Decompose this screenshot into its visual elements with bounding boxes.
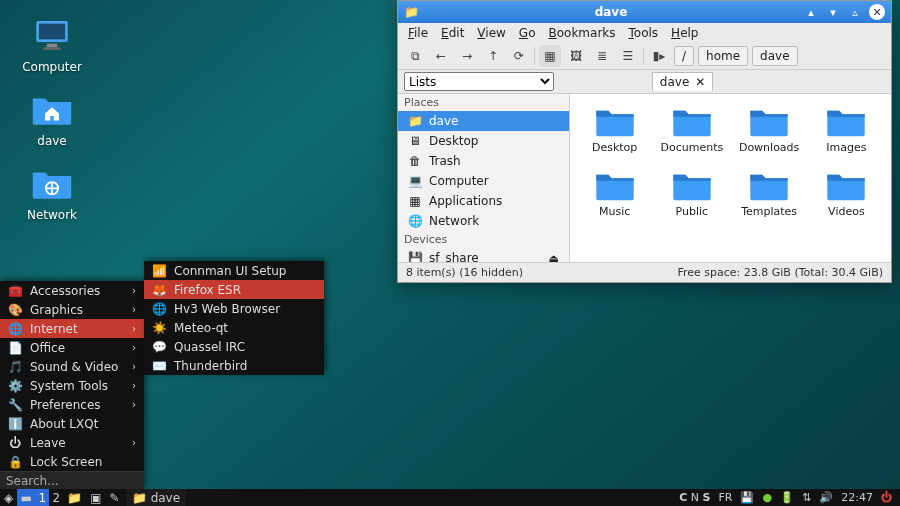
- network-icon: 🌐: [408, 214, 422, 228]
- sidebar-item-desktop[interactable]: 🖥Desktop: [398, 131, 569, 151]
- submenu-item-meteo[interactable]: ☀️Meteo-qt: [144, 318, 324, 337]
- desktop-icon-network[interactable]: Network: [12, 162, 92, 222]
- clock[interactable]: 22:47: [841, 491, 873, 504]
- start-menu: 🧰Accessories› 🎨Graphics› 🌐Internet› 📄Off…: [0, 281, 144, 489]
- desktop-icon-home[interactable]: dave: [12, 88, 92, 148]
- forward-button[interactable]: →: [456, 45, 478, 67]
- path-segment-home[interactable]: home: [698, 46, 748, 66]
- folder-documents[interactable]: Documents: [657, 104, 726, 154]
- menu-view[interactable]: View: [471, 24, 511, 42]
- about-icon: ℹ️: [8, 417, 22, 431]
- folder-view[interactable]: DesktopDocumentsDownloadsImagesMusicPubl…: [570, 94, 891, 262]
- tray-battery-icon[interactable]: 🔋: [780, 491, 794, 504]
- submenu-item-hv3[interactable]: 🌐Hv3 Web Browser: [144, 299, 324, 318]
- folder-desktop[interactable]: Desktop: [580, 104, 649, 154]
- menu-tools[interactable]: Tools: [623, 24, 665, 42]
- shade-button[interactable]: ▴: [803, 4, 819, 20]
- desktop-icon-computer[interactable]: Computer: [12, 14, 92, 74]
- desktop-icon-label: Computer: [22, 60, 82, 74]
- preferences-icon: 🔧: [8, 398, 22, 412]
- taskbar: ◈ ▬ 1 2 📁 ▣ ✎ 📁dave C N S FR 💾 ● 🔋 ⇅ 🔊 2…: [0, 489, 900, 506]
- back-button[interactable]: ←: [430, 45, 452, 67]
- network-folder-icon: [31, 162, 73, 204]
- tab-close-icon[interactable]: ✕: [695, 75, 705, 89]
- svg-rect-1: [39, 24, 65, 40]
- reload-button[interactable]: ⟳: [508, 45, 530, 67]
- menu-file[interactable]: File: [402, 24, 434, 42]
- menu-help[interactable]: Help: [665, 24, 704, 42]
- menu-item-sound[interactable]: 🎵Sound & Video›: [0, 357, 144, 376]
- folder-downloads[interactable]: Downloads: [735, 104, 804, 154]
- tray-status-icon[interactable]: ●: [762, 491, 772, 504]
- quicklaunch-terminal[interactable]: ▣: [86, 489, 105, 506]
- internet-icon: 🌐: [8, 322, 22, 336]
- menu-item-about[interactable]: ℹ️About LXQt: [0, 414, 144, 433]
- folder-images[interactable]: Images: [812, 104, 881, 154]
- submenu-item-firefox[interactable]: 🦊Firefox ESR: [144, 280, 324, 299]
- quicklaunch-fm[interactable]: 📁: [63, 489, 86, 506]
- power-button[interactable]: ⏻: [881, 491, 892, 504]
- side-pane-mode-select[interactable]: Lists: [404, 72, 554, 91]
- kb-indicator[interactable]: C N S: [679, 491, 710, 504]
- show-desktop-button[interactable]: ▬: [17, 489, 35, 506]
- sidebar-item-network[interactable]: 🌐Network: [398, 211, 569, 231]
- workspace-2[interactable]: 2: [49, 489, 63, 506]
- menu-item-lock[interactable]: 🔒Lock Screen: [0, 452, 144, 471]
- start-button[interactable]: ◈: [0, 489, 17, 506]
- submenu-item-quassel[interactable]: 💬Quassel IRC: [144, 337, 324, 356]
- tray-volume-icon[interactable]: 🔊: [819, 491, 833, 504]
- menu-item-system[interactable]: ⚙️System Tools›: [0, 376, 144, 395]
- sidebar-item-trash[interactable]: 🗑Trash: [398, 151, 569, 171]
- icon-view-button[interactable]: ▦: [539, 45, 561, 67]
- sidebar-item-sfshare[interactable]: 💾sf_share⏏: [398, 248, 569, 262]
- window-title: dave: [425, 5, 797, 19]
- sidebar-item-computer[interactable]: 💻Computer: [398, 171, 569, 191]
- sidebar-item-home[interactable]: 📁dave: [398, 111, 569, 131]
- path-root[interactable]: /: [674, 46, 694, 66]
- submenu-item-thunderbird[interactable]: ✉️Thunderbird: [144, 356, 324, 375]
- folder-templates[interactable]: Templates: [735, 168, 804, 218]
- menu-search-input[interactable]: Search...: [0, 471, 144, 489]
- new-tab-button[interactable]: ⧉: [404, 45, 426, 67]
- task-dave[interactable]: 📁dave: [126, 489, 186, 506]
- menu-go[interactable]: Go: [513, 24, 542, 42]
- tray-removable-icon[interactable]: 💾: [740, 491, 754, 504]
- list-view-button[interactable]: ☰: [617, 45, 639, 67]
- menu-item-accessories[interactable]: 🧰Accessories›: [0, 281, 144, 300]
- compact-view-button[interactable]: ≣: [591, 45, 613, 67]
- thumb-view-button[interactable]: 🖼: [565, 45, 587, 67]
- folder-label: Documents: [661, 141, 724, 154]
- submenu-item-connman[interactable]: 📶Connman UI Setup: [144, 261, 324, 280]
- close-button[interactable]: ✕: [869, 4, 885, 20]
- eject-icon[interactable]: ⏏: [549, 252, 559, 263]
- menu-item-preferences[interactable]: 🔧Preferences›: [0, 395, 144, 414]
- menu-edit[interactable]: Edit: [435, 24, 470, 42]
- folder-icon: 📁: [132, 491, 147, 505]
- maximize-button[interactable]: ▵: [847, 4, 863, 20]
- menu-item-graphics[interactable]: 🎨Graphics›: [0, 300, 144, 319]
- tray-network-icon[interactable]: ⇅: [802, 491, 811, 504]
- folder-label: Public: [676, 205, 709, 218]
- kb-layout[interactable]: FR: [718, 491, 732, 504]
- menu-item-internet[interactable]: 🌐Internet›: [0, 319, 144, 338]
- home-icon: 📁: [408, 114, 422, 128]
- folder-public[interactable]: Public: [657, 168, 726, 218]
- titlebar[interactable]: 📁 dave ▴ ▾ ▵ ✕: [398, 1, 891, 23]
- workspace-1[interactable]: 1: [35, 489, 49, 506]
- menu-item-office[interactable]: 📄Office›: [0, 338, 144, 357]
- sidebar-item-applications[interactable]: ▦Applications: [398, 191, 569, 211]
- quicklaunch-editor[interactable]: ✎: [106, 489, 124, 506]
- folder-videos[interactable]: Videos: [812, 168, 881, 218]
- path-segment-dave[interactable]: dave: [752, 46, 797, 66]
- menu-bookmarks[interactable]: Bookmarks: [542, 24, 621, 42]
- tab-dave[interactable]: dave✕: [652, 72, 714, 91]
- start-submenu-internet: 📶Connman UI Setup 🦊Firefox ESR 🌐Hv3 Web …: [144, 261, 324, 375]
- minimize-button[interactable]: ▾: [825, 4, 841, 20]
- accessories-icon: 🧰: [8, 284, 22, 298]
- folder-music[interactable]: Music: [580, 168, 649, 218]
- folder-icon: [824, 104, 868, 138]
- chevron-right-icon: ›: [132, 342, 136, 353]
- up-button[interactable]: ↑: [482, 45, 504, 67]
- path-edit-button[interactable]: ▮▸: [648, 45, 670, 67]
- menu-item-leave[interactable]: ⏻Leave›: [0, 433, 144, 452]
